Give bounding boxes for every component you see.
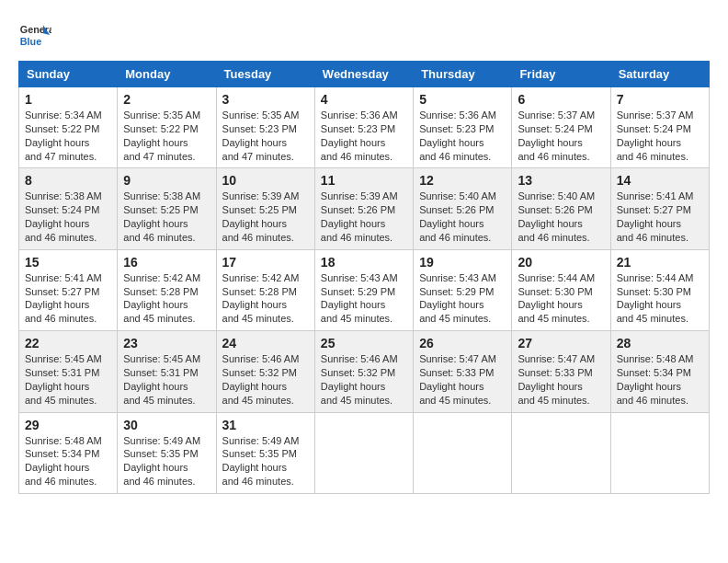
day-info: Sunrise: 5:47 AMSunset: 5:33 PMDaylight … <box>518 353 595 406</box>
day-info: Sunrise: 5:47 AMSunset: 5:33 PMDaylight … <box>419 353 496 406</box>
day-number: 6 <box>518 92 604 107</box>
day-info: Sunrise: 5:38 AMSunset: 5:24 PMDaylight … <box>25 190 102 243</box>
day-info: Sunrise: 5:40 AMSunset: 5:26 PMDaylight … <box>419 190 496 243</box>
day-info: Sunrise: 5:41 AMSunset: 5:27 PMDaylight … <box>617 190 694 243</box>
day-number: 16 <box>123 255 210 270</box>
calendar-table: SundayMondayTuesdayWednesdayThursdayFrid… <box>18 61 710 494</box>
weekday-header-sunday: Sunday <box>19 62 118 87</box>
calendar-cell <box>610 412 709 493</box>
day-number: 14 <box>617 173 703 188</box>
calendar-cell: 18 Sunrise: 5:43 AMSunset: 5:29 PMDaylig… <box>314 249 413 330</box>
weekday-header-friday: Friday <box>512 62 610 87</box>
day-number: 23 <box>123 336 210 350</box>
calendar-week-row: 8 Sunrise: 5:38 AMSunset: 5:24 PMDayligh… <box>19 168 710 249</box>
calendar-cell: 23 Sunrise: 5:45 AMSunset: 5:31 PMDaylig… <box>118 331 216 412</box>
day-number: 15 <box>25 255 111 270</box>
weekday-header-saturday: Saturday <box>610 62 709 87</box>
day-info: Sunrise: 5:44 AMSunset: 5:30 PMDaylight … <box>617 272 694 325</box>
calendar-cell: 20 Sunrise: 5:44 AMSunset: 5:30 PMDaylig… <box>512 249 610 330</box>
day-number: 29 <box>25 418 111 432</box>
day-info: Sunrise: 5:44 AMSunset: 5:30 PMDaylight … <box>518 272 595 325</box>
calendar-cell: 16 Sunrise: 5:42 AMSunset: 5:28 PMDaylig… <box>118 249 216 330</box>
day-number: 7 <box>617 92 703 107</box>
day-info: Sunrise: 5:49 AMSunset: 5:35 PMDaylight … <box>222 435 300 488</box>
day-info: Sunrise: 5:45 AMSunset: 5:31 PMDaylight … <box>123 353 200 406</box>
calendar-cell: 19 Sunrise: 5:43 AMSunset: 5:29 PMDaylig… <box>414 249 512 330</box>
calendar-cell: 4 Sunrise: 5:36 AMSunset: 5:23 PMDayligh… <box>314 87 413 168</box>
day-info: Sunrise: 5:46 AMSunset: 5:32 PMDaylight … <box>321 353 398 406</box>
day-number: 13 <box>518 173 604 188</box>
calendar-cell <box>314 412 413 493</box>
day-number: 18 <box>321 255 407 270</box>
calendar-cell: 22 Sunrise: 5:45 AMSunset: 5:31 PMDaylig… <box>19 331 118 412</box>
calendar-cell: 30 Sunrise: 5:49 AMSunset: 5:35 PMDaylig… <box>118 412 216 493</box>
day-info: Sunrise: 5:41 AMSunset: 5:27 PMDaylight … <box>25 272 102 325</box>
weekday-header-tuesday: Tuesday <box>216 62 314 87</box>
calendar-cell: 24 Sunrise: 5:46 AMSunset: 5:32 PMDaylig… <box>216 331 314 412</box>
day-number: 17 <box>222 255 309 270</box>
day-number: 8 <box>25 173 111 188</box>
day-info: Sunrise: 5:48 AMSunset: 5:34 PMDaylight … <box>617 353 694 406</box>
day-info: Sunrise: 5:37 AMSunset: 5:24 PMDaylight … <box>518 109 595 162</box>
day-info: Sunrise: 5:39 AMSunset: 5:25 PMDaylight … <box>222 190 300 243</box>
day-number: 3 <box>222 92 309 107</box>
calendar-cell: 28 Sunrise: 5:48 AMSunset: 5:34 PMDaylig… <box>610 331 709 412</box>
day-number: 27 <box>518 336 604 350</box>
day-number: 22 <box>25 336 111 350</box>
day-number: 26 <box>419 336 506 350</box>
day-info: Sunrise: 5:48 AMSunset: 5:34 PMDaylight … <box>25 435 102 488</box>
calendar-cell: 5 Sunrise: 5:36 AMSunset: 5:23 PMDayligh… <box>414 87 512 168</box>
day-number: 12 <box>419 173 506 188</box>
day-number: 11 <box>321 173 407 188</box>
calendar-cell: 13 Sunrise: 5:40 AMSunset: 5:26 PMDaylig… <box>512 168 610 249</box>
day-number: 31 <box>222 418 309 432</box>
day-info: Sunrise: 5:43 AMSunset: 5:29 PMDaylight … <box>321 272 398 325</box>
day-info: Sunrise: 5:46 AMSunset: 5:32 PMDaylight … <box>222 353 300 406</box>
calendar-week-row: 1 Sunrise: 5:34 AMSunset: 5:22 PMDayligh… <box>19 87 710 168</box>
weekday-header-monday: Monday <box>118 62 216 87</box>
calendar-cell: 1 Sunrise: 5:34 AMSunset: 5:22 PMDayligh… <box>19 87 118 168</box>
day-info: Sunrise: 5:42 AMSunset: 5:28 PMDaylight … <box>222 272 300 325</box>
day-info: Sunrise: 5:42 AMSunset: 5:28 PMDaylight … <box>123 272 200 325</box>
calendar-cell: 10 Sunrise: 5:39 AMSunset: 5:25 PMDaylig… <box>216 168 314 249</box>
svg-text:Blue: Blue <box>20 36 41 47</box>
day-info: Sunrise: 5:36 AMSunset: 5:23 PMDaylight … <box>321 109 398 162</box>
calendar-cell: 9 Sunrise: 5:38 AMSunset: 5:25 PMDayligh… <box>118 168 216 249</box>
day-info: Sunrise: 5:37 AMSunset: 5:24 PMDaylight … <box>617 109 694 162</box>
day-number: 19 <box>419 255 506 270</box>
calendar-cell: 26 Sunrise: 5:47 AMSunset: 5:33 PMDaylig… <box>414 331 512 412</box>
day-number: 5 <box>419 92 506 107</box>
day-number: 24 <box>222 336 309 350</box>
day-number: 25 <box>321 336 407 350</box>
calendar-cell: 12 Sunrise: 5:40 AMSunset: 5:26 PMDaylig… <box>414 168 512 249</box>
day-info: Sunrise: 5:36 AMSunset: 5:23 PMDaylight … <box>419 109 496 162</box>
calendar-week-row: 15 Sunrise: 5:41 AMSunset: 5:27 PMDaylig… <box>19 249 710 330</box>
calendar-cell: 8 Sunrise: 5:38 AMSunset: 5:24 PMDayligh… <box>19 168 118 249</box>
calendar-cell <box>414 412 512 493</box>
weekday-header-wednesday: Wednesday <box>314 62 413 87</box>
calendar-cell <box>512 412 610 493</box>
day-number: 30 <box>123 418 210 432</box>
calendar-cell: 3 Sunrise: 5:35 AMSunset: 5:23 PMDayligh… <box>216 87 314 168</box>
day-number: 28 <box>617 336 703 350</box>
day-info: Sunrise: 5:45 AMSunset: 5:31 PMDaylight … <box>25 353 102 406</box>
calendar-cell: 2 Sunrise: 5:35 AMSunset: 5:22 PMDayligh… <box>118 87 216 168</box>
day-info: Sunrise: 5:43 AMSunset: 5:29 PMDaylight … <box>419 272 496 325</box>
calendar-cell: 14 Sunrise: 5:41 AMSunset: 5:27 PMDaylig… <box>610 168 709 249</box>
day-number: 9 <box>123 173 210 188</box>
day-info: Sunrise: 5:40 AMSunset: 5:26 PMDaylight … <box>518 190 595 243</box>
calendar-cell: 29 Sunrise: 5:48 AMSunset: 5:34 PMDaylig… <box>19 412 118 493</box>
day-number: 21 <box>617 255 703 270</box>
calendar-week-row: 22 Sunrise: 5:45 AMSunset: 5:31 PMDaylig… <box>19 331 710 412</box>
day-number: 20 <box>518 255 604 270</box>
calendar-cell: 17 Sunrise: 5:42 AMSunset: 5:28 PMDaylig… <box>216 249 314 330</box>
day-info: Sunrise: 5:34 AMSunset: 5:22 PMDaylight … <box>25 109 102 162</box>
weekday-header-row: SundayMondayTuesdayWednesdayThursdayFrid… <box>19 62 710 87</box>
day-info: Sunrise: 5:35 AMSunset: 5:23 PMDaylight … <box>222 109 300 162</box>
calendar-cell: 31 Sunrise: 5:49 AMSunset: 5:35 PMDaylig… <box>216 412 314 493</box>
header: General Blue <box>18 18 710 52</box>
day-number: 4 <box>321 92 407 107</box>
weekday-header-thursday: Thursday <box>414 62 512 87</box>
calendar-cell: 7 Sunrise: 5:37 AMSunset: 5:24 PMDayligh… <box>610 87 709 168</box>
calendar-cell: 11 Sunrise: 5:39 AMSunset: 5:26 PMDaylig… <box>314 168 413 249</box>
